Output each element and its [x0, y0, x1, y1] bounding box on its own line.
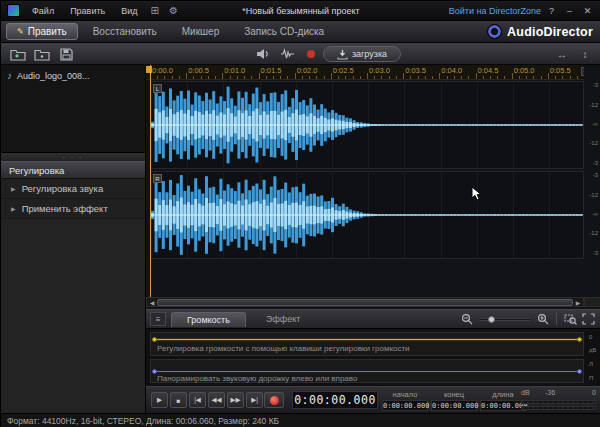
- tab-volume[interactable]: Громкость: [171, 312, 246, 327]
- tab-effect[interactable]: Эффект: [251, 312, 315, 326]
- layout-icon[interactable]: ⊞: [151, 5, 159, 16]
- ruler-tick: [396, 76, 397, 79]
- timeline-ruler[interactable]: 0:00.00:00.50:01.00:01.50:02.00:02.50:03…: [146, 65, 600, 80]
- sidebar-item-apply-effect[interactable]: ▶ Применить эффект: [1, 199, 145, 219]
- record-button[interactable]: [264, 392, 284, 408]
- zoom-slider[interactable]: [478, 318, 532, 321]
- media-item[interactable]: ♪ Audio_logo_008...: [1, 68, 145, 83]
- tab-cd-burn[interactable]: Запись CD-диска: [234, 24, 334, 39]
- ruler-tick: [280, 76, 281, 79]
- gear-icon[interactable]: ⚙: [169, 5, 178, 16]
- db-scale-label: -∞: [592, 211, 598, 217]
- field-length-value[interactable]: 0:00:00.000: [480, 400, 526, 411]
- sidebar-splitter[interactable]: · · ·: [1, 153, 145, 161]
- ruler-tick: [230, 76, 231, 79]
- zoom-in-icon[interactable]: [537, 313, 549, 325]
- ruler-tick: [331, 73, 332, 79]
- stop-button[interactable]: ■: [170, 392, 187, 408]
- scrollbar-thumb[interactable]: [157, 299, 573, 306]
- ruler-tick: [164, 76, 165, 79]
- meter-db-label: dB: [521, 389, 530, 396]
- volume-automation-strip[interactable]: Регулировка громкости с помощью клавиши …: [150, 332, 584, 356]
- ruler-time-label: 0:02.5: [333, 66, 354, 75]
- zoom-fit-icon[interactable]: [582, 313, 595, 325]
- adjustment-panel-header[interactable]: Регулировка: [1, 161, 145, 179]
- chevron-right-icon: ▶: [11, 205, 16, 212]
- scroll-left-arrow[interactable]: ◀: [147, 299, 157, 306]
- fast-forward-button[interactable]: ▶▶: [227, 392, 244, 408]
- waveform-tool-button[interactable]: [278, 46, 296, 62]
- level-meter: dB -36 0: [521, 389, 596, 412]
- volume-keyframe-line[interactable]: [152, 339, 582, 340]
- menu-file[interactable]: Файл: [24, 1, 62, 20]
- help-button[interactable]: ?: [544, 6, 559, 16]
- field-start: начало 0:00:00.000: [382, 390, 428, 411]
- db-scale-label: -∞: [592, 121, 598, 127]
- menu-edit[interactable]: Править: [62, 1, 113, 20]
- audiodirector-window: Файл Править Вид ⊞ ⚙ *Новый безымянный п…: [0, 0, 600, 427]
- tab-mixer[interactable]: Микшер: [172, 24, 229, 39]
- field-start-value[interactable]: 0:00:00.000: [382, 400, 428, 411]
- ruler-tick: [273, 76, 274, 79]
- fit-horizontal-button[interactable]: ↔: [553, 46, 571, 62]
- goto-end-button[interactable]: ▶|: [246, 392, 263, 408]
- pan-strip-hint: Панорамировать звуковую дорожку влево ил…: [157, 374, 357, 383]
- waveform-channel-right[interactable]: R: [150, 171, 584, 259]
- ruler-tick: [425, 76, 426, 79]
- ruler-tick: [533, 76, 534, 79]
- close-button[interactable]: ✕: [580, 6, 595, 16]
- tab-restore[interactable]: Восстановить: [83, 24, 167, 39]
- horizontal-scrollbar[interactable]: ◀ ▶: [146, 297, 584, 307]
- field-end-value[interactable]: 0:00:00.000: [431, 400, 477, 411]
- tab-edit[interactable]: ✎ Править: [6, 23, 78, 40]
- ruler-tick: [403, 73, 404, 79]
- menu-view[interactable]: Вид: [113, 1, 145, 20]
- scroll-right-arrow[interactable]: ▶: [573, 299, 583, 306]
- download-button-label: загрузка: [352, 49, 387, 59]
- db-scale-label: -12: [589, 102, 598, 108]
- ruler-tick: [541, 76, 542, 79]
- ruler-tick: [526, 76, 527, 79]
- sidebar-item-adjust-sound[interactable]: ▶ Регулировка звука: [1, 179, 145, 199]
- zoom-selection-icon[interactable]: [564, 313, 577, 325]
- save-project-button[interactable]: [57, 46, 75, 62]
- download-button[interactable]: загрузка: [323, 46, 401, 62]
- waveform-channel-left[interactable]: L: [150, 81, 584, 169]
- zoom-controls: [461, 313, 595, 325]
- status-text: Формат: 44100Hz, 16-bit, СТЕРЕО, Длина: …: [7, 416, 279, 426]
- ruler-tick: [562, 76, 563, 79]
- open-project-button[interactable]: [33, 46, 51, 62]
- volume-keyframe[interactable]: [577, 337, 582, 342]
- zoom-slider-thumb[interactable]: [488, 316, 495, 323]
- db-scale-label: -3: [593, 250, 598, 256]
- zoom-out-icon[interactable]: [461, 313, 473, 325]
- title-bar: Файл Править Вид ⊞ ⚙ *Новый безымянный п…: [1, 1, 600, 21]
- ruler-tick: [389, 76, 390, 79]
- pan-keyframe-line[interactable]: [152, 371, 582, 372]
- scrollbar-corner: [584, 297, 600, 307]
- pan-keyframe[interactable]: [577, 369, 582, 374]
- pan-automation-strip[interactable]: Панорамировать звуковую дорожку влево ил…: [150, 359, 584, 383]
- volume-strip-hint: Регулировка громкости с помощью клавиши …: [157, 344, 410, 353]
- directorzone-link[interactable]: Войти на DirectorZone: [449, 6, 541, 16]
- import-media-button[interactable]: [9, 46, 27, 62]
- ruler-tick: [360, 76, 361, 79]
- workspace-tab-bar: ✎ Править Восстановить Микшер Запись CD-…: [1, 21, 600, 43]
- collapse-panel-button[interactable]: ≡: [150, 312, 166, 326]
- play-button[interactable]: ▶: [151, 392, 168, 408]
- ruler-tick: [237, 76, 238, 79]
- goto-start-button[interactable]: |◀: [189, 392, 206, 408]
- rewind-button[interactable]: ◀◀: [208, 392, 225, 408]
- ruler-tick: [338, 76, 339, 79]
- fit-vertical-button[interactable]: ↕: [576, 46, 594, 62]
- speaker-icon-button[interactable]: [254, 46, 272, 62]
- record-clip-button[interactable]: [302, 46, 320, 62]
- ruler-time-label: 0:05.5: [550, 66, 571, 75]
- pan-scale-right-label: П: [589, 375, 593, 381]
- ruler-tick: [439, 73, 440, 79]
- playhead[interactable]: [150, 65, 151, 297]
- ruler-time-label: 0:02.0: [297, 66, 318, 75]
- volume-keyframe[interactable]: [152, 337, 157, 342]
- minimize-button[interactable]: –: [562, 6, 577, 16]
- meter-bar-right: [521, 406, 596, 410]
